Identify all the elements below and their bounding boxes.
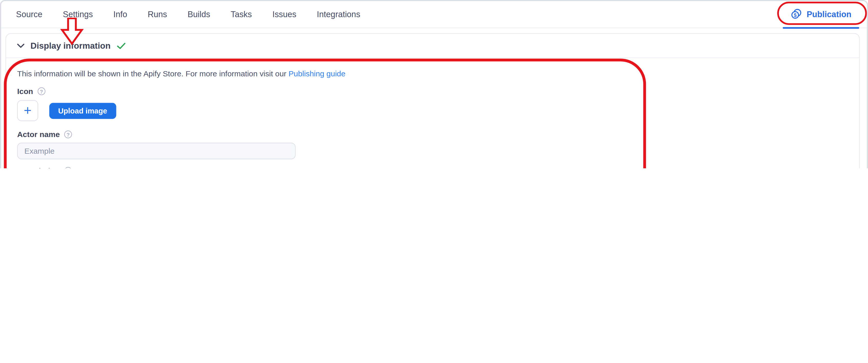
tab-integrations[interactable]: Integrations	[317, 9, 360, 19]
actor-name-help-icon[interactable]: ?	[64, 130, 72, 138]
coin-dollar-icon: $	[790, 8, 802, 20]
icon-field-label: Icon ?	[17, 87, 848, 96]
tab-runs[interactable]: Runs	[148, 9, 167, 19]
tab-tasks[interactable]: Tasks	[230, 9, 252, 19]
tab-bar: Source Settings Info Runs Builds Tasks I…	[0, 0, 868, 28]
icon-label-text: Icon	[17, 87, 33, 96]
publishing-guide-link[interactable]: Publishing guide	[288, 69, 345, 78]
chevron-down-icon	[17, 43, 24, 48]
section-title: Display information	[31, 41, 111, 51]
tab-publication-label: Publication	[807, 9, 851, 19]
description-label-text: Description	[17, 166, 60, 168]
store-info-text: This information will be shown in the Ap…	[17, 69, 848, 78]
display-information-header[interactable]: Display information	[6, 34, 859, 58]
tab-info[interactable]: Info	[113, 9, 127, 19]
plus-icon: +	[24, 104, 32, 117]
icon-upload-dropzone[interactable]: +	[17, 100, 38, 121]
icon-help-icon[interactable]: ?	[37, 87, 45, 95]
display-information-card: Display information This information wil…	[6, 33, 860, 168]
svg-text:$: $	[794, 12, 797, 18]
actor-name-input[interactable]	[17, 143, 296, 159]
description-field-label: Description ?	[17, 166, 848, 168]
tab-settings[interactable]: Settings	[63, 9, 93, 19]
description-help-icon[interactable]: ?	[64, 167, 72, 168]
tab-publication[interactable]: $ Publication	[783, 0, 859, 28]
publication-page: Source Settings Info Runs Builds Tasks I…	[0, 0, 868, 168]
tab-issues[interactable]: Issues	[272, 9, 297, 19]
store-info-text-main: This information will be shown in the Ap…	[17, 69, 288, 78]
green-checkmark-icon	[117, 42, 126, 49]
tab-builds[interactable]: Builds	[187, 9, 210, 19]
upload-image-button[interactable]: Upload image	[49, 102, 116, 119]
active-tab-underline	[783, 27, 859, 29]
actor-name-field-label: Actor name ?	[17, 130, 848, 139]
tab-source[interactable]: Source	[16, 9, 42, 19]
actor-name-label-text: Actor name	[17, 130, 60, 139]
